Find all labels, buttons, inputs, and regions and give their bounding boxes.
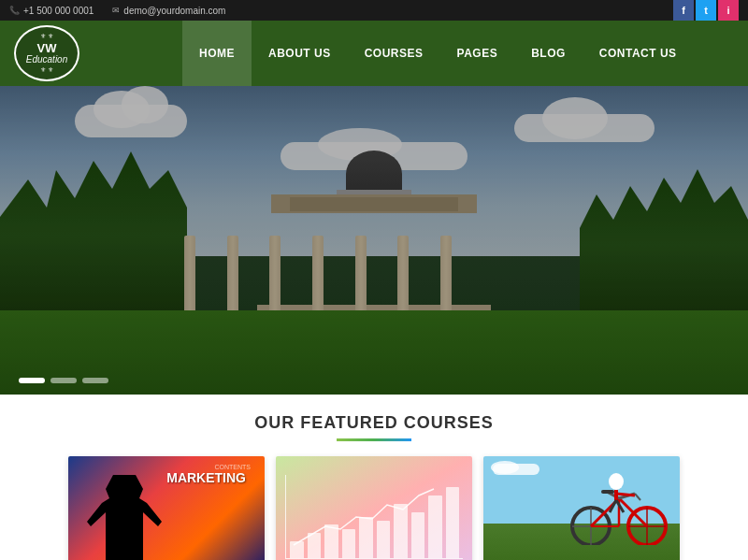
cycling-cloud-2 <box>491 461 519 474</box>
financial-image <box>276 456 472 560</box>
main-nav: HOME ABOUT US COURSES PAGES BLOG CONTACT… <box>182 21 694 86</box>
nav-contact[interactable]: CONTACT US <box>583 21 694 86</box>
featured-title: OUR FEATURED COURSES <box>56 413 692 433</box>
hero-overlay <box>0 86 748 395</box>
featured-underline <box>337 438 411 441</box>
cycling-image <box>483 456 680 560</box>
svg-line-16 <box>616 494 635 495</box>
svg-line-11 <box>635 494 640 500</box>
course-card-cycling[interactable]: SPORT EXERSICE SCIENCE <box>483 456 680 560</box>
nav-courses[interactable]: COURSES <box>348 21 440 86</box>
logo[interactable]: ⚜ ⚜ VW Education ⚜ ⚜ <box>14 25 164 81</box>
person-silhouette <box>87 475 162 560</box>
hero-section <box>0 86 748 395</box>
course-card-marketing[interactable]: CONTENTS MARKETING MASTER IN DIGITAL MAR… <box>68 456 265 560</box>
email-icon: ✉ <box>112 6 120 15</box>
phone-contact: 📞 +1 500 000 0001 <box>9 6 94 16</box>
marketing-image: CONTENTS MARKETING <box>68 456 265 560</box>
logo-circle: ⚜ ⚜ VW Education ⚜ ⚜ <box>14 25 79 81</box>
phone-number: +1 500 000 0001 <box>23 6 94 16</box>
slider-dot-2[interactable] <box>50 378 77 383</box>
phone-icon: 📞 <box>9 6 20 15</box>
chart-area <box>285 475 463 559</box>
social-links: f t i <box>673 0 739 21</box>
instagram-button[interactable]: i <box>718 0 739 21</box>
facebook-button[interactable]: f <box>673 0 694 21</box>
slider-dots <box>19 378 108 383</box>
nav-home[interactable]: HOME <box>182 21 252 86</box>
logo-education: Education <box>26 54 67 65</box>
logo-vw: VW <box>37 42 57 54</box>
svg-point-14 <box>609 473 624 490</box>
slider-dot-1[interactable] <box>19 378 45 383</box>
marketing-subtext: CONTENTS <box>215 464 252 470</box>
trend-line <box>286 475 463 558</box>
courses-grid: CONTENTS MARKETING MASTER IN DIGITAL MAR… <box>56 456 692 560</box>
cyclist-svg <box>568 461 670 545</box>
marketing-text: MARKETING <box>166 470 246 485</box>
email-address: demo@yourdomain.com <box>123 6 225 16</box>
top-bar: 📞 +1 500 000 0001 ✉ demo@yourdomain.com … <box>0 0 748 21</box>
nav-about[interactable]: ABOUT US <box>252 21 348 86</box>
svg-rect-13 <box>601 490 614 494</box>
nav-pages[interactable]: PAGES <box>440 21 515 86</box>
header: ⚜ ⚜ VW Education ⚜ ⚜ HOME ABOUT US COURS… <box>0 21 748 86</box>
twitter-button[interactable]: t <box>696 0 716 21</box>
email-contact: ✉ demo@yourdomain.com <box>112 6 225 16</box>
featured-section: OUR FEATURED COURSES CONTENTS MARKETING … <box>0 395 748 560</box>
nav-blog[interactable]: BLOG <box>514 21 583 86</box>
slider-dot-3[interactable] <box>82 378 108 383</box>
course-card-financial[interactable]: FINANCIAL ANALYST COURSES <box>276 456 472 560</box>
top-bar-contacts: 📞 +1 500 000 0001 ✉ demo@yourdomain.com <box>9 6 225 16</box>
